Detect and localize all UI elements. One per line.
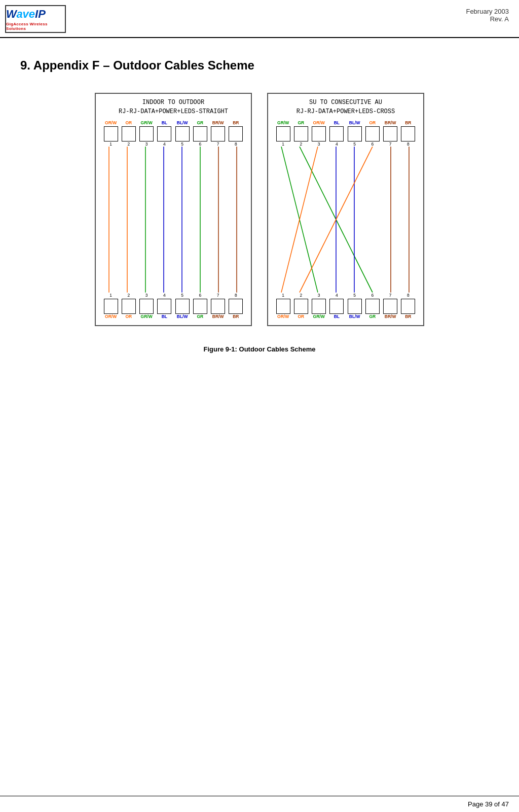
header-date-line: February 2003 [466, 8, 509, 15]
footer: Page 39 of 47 [0, 796, 519, 812]
cross-pin-bot-1: 1 OR/W [276, 293, 291, 319]
logo-box: WaveIP GigAccess Wireless Solutions [5, 5, 66, 33]
cross-pin-bot-7: 7 BR/W [383, 293, 398, 319]
cross-pin-top-4: BL 4 [329, 120, 344, 147]
diagram-cross: SU TO CONSECUTIVE AURJ-RJ-DATA+POWER+LED… [267, 93, 424, 326]
logo-text: WaveIP [6, 8, 65, 21]
cross-pin-top-5: BL/W 5 [347, 120, 362, 147]
pin-top-7: BR/W 7 [210, 120, 226, 147]
cross-pin-bot-3: 3 GR/W [311, 293, 326, 319]
diagram-straight: INDOOR TO OUTDOORRJ-RJ-DATA+POWER+LEDS-S… [95, 93, 252, 326]
cross-pin-bot-2: 2 OR [293, 293, 309, 319]
pin-bot-6: 6 GR [193, 293, 208, 319]
cross-pin-top-1: GR/W 1 [276, 120, 291, 147]
pin-top-6: GR 6 [193, 120, 208, 147]
page-title: 9. Appendix F – Outdoor Cables Scheme [0, 38, 519, 83]
diagram-cross-title: SU TO CONSECUTIVE AURJ-RJ-DATA+POWER+LED… [272, 98, 419, 116]
straight-top-connector: OR/W 1 OR 2 GR/W 3 BL 4 [100, 120, 247, 147]
diagrams-row: INDOOR TO OUTDOORRJ-RJ-DATA+POWER+LEDS-S… [0, 83, 519, 336]
pin-top-5: BL/W 5 [175, 120, 190, 147]
pin-top-8: BR 8 [228, 120, 243, 147]
cross-wires-svg [272, 147, 419, 293]
cross-top-connector: GR/W 1 GR 2 OR/W 3 BL 4 [272, 120, 419, 147]
logo-sub: GigAccess Wireless Solutions [6, 22, 65, 31]
cross-pin-top-6: OR 6 [365, 120, 380, 147]
cross-pin-bot-5: 5 BL/W [347, 293, 362, 319]
cross-pin-top-3: OR/W 3 [311, 120, 326, 147]
page-number: Page 39 of 47 [468, 800, 509, 808]
diagram-straight-title: INDOOR TO OUTDOORRJ-RJ-DATA+POWER+LEDS-S… [100, 98, 247, 116]
straight-wires-svg [100, 147, 247, 293]
pin-bot-1: 1 OR/W [103, 293, 119, 319]
pin-top-2: OR 2 [121, 120, 136, 147]
pin-top-1: OR/W 1 [103, 120, 119, 147]
cross-pin-bot-4: 4 BL [329, 293, 344, 319]
straight-bottom-connector: 1 OR/W 2 OR 3 GR/W 4 BL [100, 293, 247, 319]
header: WaveIP GigAccess Wireless Solutions Febr… [0, 0, 519, 38]
logo-area: WaveIP GigAccess Wireless Solutions [5, 5, 66, 33]
cross-bottom-connector: 1 OR/W 2 OR 3 GR/W 4 BL [272, 293, 419, 319]
cross-pin-bot-8: 8 BR [400, 293, 416, 319]
straight-wire-area [100, 147, 247, 293]
pin-bot-5: 5 BL/W [175, 293, 190, 319]
pin-bot-4: 4 BL [157, 293, 172, 319]
pin-top-3: GR/W 3 [139, 120, 154, 147]
header-date: February 2003 Rev. A [466, 5, 509, 23]
header-rev-line: Rev. A [466, 15, 509, 23]
cross-pin-bot-6: 6 GR [365, 293, 380, 319]
cross-pin-top-2: GR 2 [293, 120, 309, 147]
cross-pin-top-7: BR/W 7 [383, 120, 398, 147]
cross-wire-area [272, 147, 419, 293]
pin-bot-3: 3 GR/W [139, 293, 154, 319]
pin-bot-7: 7 BR/W [210, 293, 226, 319]
pin-bot-8: 8 BR [228, 293, 243, 319]
figure-caption: Figure 9-1: Outdoor Cables Scheme [0, 345, 519, 353]
pin-top-4: BL 4 [157, 120, 172, 147]
pin-bot-2: 2 OR [121, 293, 136, 319]
cross-pin-top-8: BR 8 [400, 120, 416, 147]
